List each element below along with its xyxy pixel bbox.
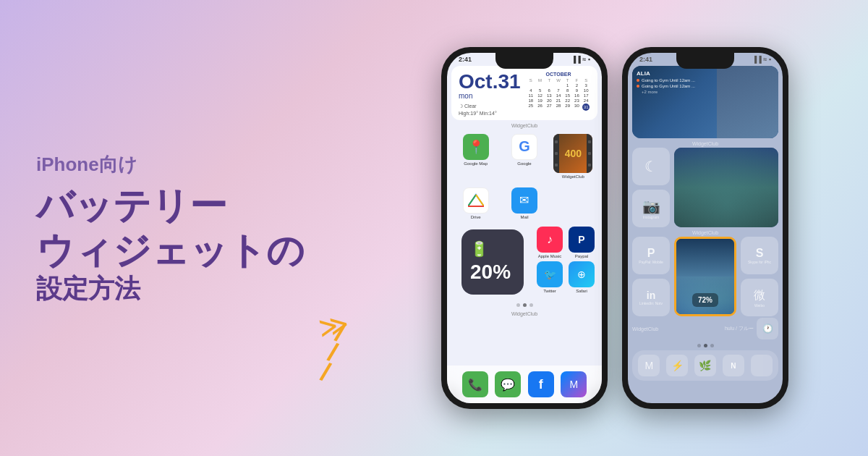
drive-label: Drive (471, 215, 481, 219)
drive-icon (463, 187, 489, 214)
bottom-extra[interactable] (751, 355, 773, 376)
phone2: 2:41 ▐▐ ≈ ▪ ALIA (622, 47, 788, 409)
left-section: iPhone向け バッテリー ウィジェットの 設定方法 (0, 123, 362, 334)
cal-right: OCTOBER S M T W T F S 1 2 (527, 72, 590, 117)
weather-temp: High:19° Min:14° (459, 111, 497, 116)
phones-section: 2:41 ▐▐ ≈ ▪ Oct.31 mon ☽ Clear High:19° … (362, 33, 868, 423)
app-safari[interactable]: ⊕ Safari (569, 261, 595, 293)
linkedin-app[interactable]: in LinkedIn: Notv (632, 279, 670, 316)
page-dots (447, 300, 602, 310)
instagram-app[interactable]: 📷 Instagram (632, 190, 670, 227)
cal-cell: 14 (554, 93, 563, 98)
cal-day: mon (459, 92, 522, 100)
cal-cell: 2 (573, 83, 582, 88)
cal-weather: ☽ Clear High:19° Min:14° (459, 103, 522, 117)
paypal-linkedin-col: P PayPal: Mobile in LinkedIn: Notv (632, 237, 670, 316)
cal-today: 31 (582, 104, 590, 111)
maps-icon: 📍 (463, 134, 489, 160)
cal-cell: 23 (573, 98, 582, 103)
dock-phone[interactable]: 📞 (462, 371, 488, 397)
cal-cell (545, 83, 553, 88)
phone1-screen: 2:41 ▐▐ ≈ ▪ Oct.31 mon ☽ Clear High:19° … (447, 53, 602, 403)
skype-icon: S (756, 247, 764, 260)
cal-cell: 10 (582, 88, 590, 93)
app-paypal[interactable]: P Paypal (569, 227, 595, 258)
dock-messenger[interactable]: M (561, 371, 587, 397)
battery-widget-percent: 72% (692, 293, 718, 307)
phone2-notch (676, 53, 734, 69)
dock: 📞 💬 f M (447, 366, 602, 403)
event-widget-bg: ALIA Going to Gym Until 12am ... Going t… (632, 66, 778, 138)
phone2-content: ALIA Going to Gym Until 12am ... Going t… (628, 63, 783, 387)
cal-cell: 9 (573, 88, 582, 93)
weibo-icon: 微 (754, 288, 765, 303)
widgetclub-label1: WidgetClub (447, 123, 602, 128)
app-grid-right: ♪ Apple Music P Paypal 🐦 Twitter (537, 227, 595, 297)
title-line2: ウィジェットの (36, 228, 326, 273)
app-maps[interactable]: 📍 Google Map (454, 134, 497, 179)
paypal-app[interactable]: P PayPal: Mobile (632, 237, 670, 274)
cal-cell: 24 (582, 98, 590, 103)
twitter-safari-row: 🐦 Twitter ⊕ Safari (537, 261, 595, 293)
event2-text: Going to Gym Until 12am ... (642, 84, 695, 88)
app-drive[interactable]: Drive (454, 187, 497, 219)
cal-cell (536, 83, 545, 88)
event1-text: Going to Gym Until 12am ... (642, 78, 695, 83)
moon-app[interactable]: ☾ (632, 148, 670, 185)
paypal-label: Paypal (575, 254, 588, 258)
left-icons-col: ☾ 📷 Instagram (632, 148, 670, 227)
row-paypal-linkedin: P PayPal: Mobile in LinkedIn: Notv (632, 237, 778, 316)
clock-icon: 🕐 (757, 318, 778, 339)
weibo-app[interactable]: 微 Weibo (741, 279, 778, 316)
page-dots-p2 (632, 341, 778, 350)
dock-facebook[interactable]: f (528, 371, 554, 397)
event1: Going to Gym Until 12am ... (637, 78, 695, 83)
cal-cell: 12 (536, 93, 545, 98)
event-dot2 (637, 85, 639, 88)
cal-cell: 4 (527, 88, 535, 93)
battery-widget: 🔋 20% (461, 229, 524, 295)
cal-cell: 30 (573, 104, 582, 111)
hulu-label: hulu / フルー (725, 325, 754, 332)
battery-row: 🔋 20% ♪ Apple Music P Paypal (447, 224, 602, 300)
cal-cell: 25 (527, 104, 535, 111)
maps-label: Google Map (464, 161, 488, 166)
app-placeholder (552, 187, 595, 219)
cal-cell: 3 (582, 83, 590, 88)
dock-messages[interactable]: 💬 (495, 371, 521, 397)
bottom-leaf[interactable]: 🌿 (694, 355, 716, 376)
bottom-lightning[interactable]: ⚡ (666, 355, 688, 376)
nature-widget (674, 148, 778, 227)
weather-icon: ☽ (459, 104, 464, 109)
phone2-signal: ▐▐ ≈ ▪ (752, 56, 771, 63)
cal-cell: 16 (573, 93, 582, 98)
title-line1: バッテリー (36, 183, 326, 228)
app-twitter[interactable]: 🐦 Twitter (537, 261, 563, 293)
music-icon: ♪ (537, 227, 563, 253)
bottom-netflix[interactable]: N (723, 355, 744, 376)
alia-name: ALIA (637, 70, 695, 77)
cal-cell: 1 (563, 83, 572, 88)
widgetclub-film: 400 WidgetClub (552, 134, 595, 179)
dot (516, 303, 520, 307)
cal-header: F (573, 78, 582, 83)
weibo-label: Weibo (754, 303, 765, 308)
phone1-time: 2:41 (459, 56, 472, 63)
cal-cell: 6 (545, 88, 553, 93)
cal-month: OCTOBER (527, 72, 590, 77)
skype-app[interactable]: S Skype for iPhc (741, 237, 778, 274)
battery-percent: 20% (470, 261, 511, 284)
subtitle: iPhone向け (36, 152, 326, 177)
more-events: +2 more (642, 90, 695, 94)
bottom-messenger[interactable]: M (638, 355, 660, 376)
app-mail[interactable]: ✉ Mail (503, 187, 545, 219)
skype-weibo-col: S Skype for iPhc 微 Weibo (741, 237, 778, 316)
app-music[interactable]: ♪ Apple Music (537, 227, 563, 258)
phone1-notch (495, 53, 553, 69)
cal-cell: 11 (527, 93, 535, 98)
dot-active (523, 303, 527, 307)
cal-cell: 8 (563, 88, 572, 93)
phone1: 2:41 ▐▐ ≈ ▪ Oct.31 mon ☽ Clear High:19° … (441, 47, 608, 409)
app-google[interactable]: G Google (503, 134, 545, 179)
dot-p2 (697, 344, 701, 347)
